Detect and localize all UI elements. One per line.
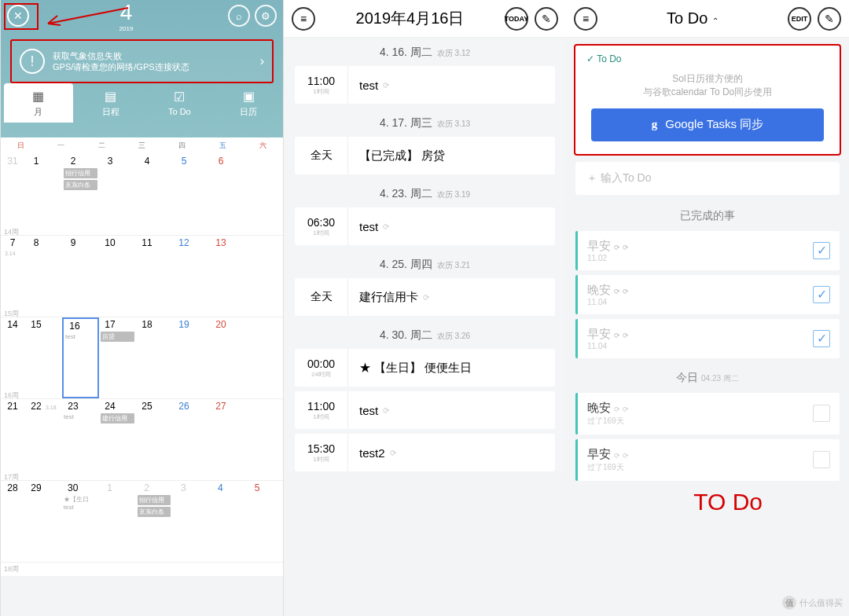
check-icon[interactable]: ✓ [813, 286, 830, 303]
calendar-cell[interactable]: 14 [1, 317, 25, 398]
todo-item-done[interactable]: 晚安 ⟳ ⟳11.04 ✓ [575, 275, 840, 314]
day-of-week-header: 日一二 三四五六 [1, 138, 283, 154]
calendar-cell[interactable]: 30★【生日 test [62, 481, 99, 562]
month-grid[interactable]: 3112招行信用京东白条345614周73.14891011121315周141… [1, 154, 283, 576]
tab-calendar[interactable]: ▣日历 [214, 83, 283, 123]
agenda-event[interactable]: 00:0024时间 ★ 【生日】 便便生日 [295, 349, 555, 387]
calendar-cell[interactable]: 5 [173, 154, 210, 235]
checkbox[interactable] [813, 405, 830, 422]
check-icon[interactable]: ✓ [813, 330, 830, 347]
search-icon[interactable]: ⌕ [228, 5, 250, 27]
today-button[interactable]: TODAY [505, 7, 528, 31]
calendar-cell[interactable]: 9 [62, 236, 99, 317]
todo-item-done[interactable]: 早安 ⟳ ⟳11.04 ✓ [575, 319, 840, 358]
calendar-cell[interactable]: 27 [210, 399, 247, 480]
todo-title[interactable]: To Do ⌃ [597, 9, 788, 28]
agenda-event[interactable]: 全天 建行信用卡⟳ [295, 278, 555, 316]
edit-button[interactable]: EDIT [788, 7, 811, 31]
alert-line2: GPS/请检查您的网络/GPS连接状态 [53, 61, 260, 72]
calendar-cell[interactable]: 31 [1, 154, 25, 235]
agenda-event[interactable]: 06:301时间 test⟳ [295, 207, 555, 245]
agenda-day-header: 4. 30. 周二农历 3.26 [284, 321, 566, 349]
calendar-cell[interactable]: 23test [62, 399, 99, 480]
menu-icon[interactable]: ≡ [292, 7, 315, 31]
svg-line-2 [48, 24, 61, 25]
agenda-list[interactable]: 4. 16. 周二农历 3.12 11:001时间 test⟳4. 17. 周三… [284, 38, 566, 471]
weather-alert[interactable]: ! 获取气象信息失败 GPS/请检查您的网络/GPS连接状态 › [10, 39, 274, 83]
calendar-cell[interactable]: 8 [25, 236, 62, 317]
agenda-event[interactable]: 11:001时间 test⟳ [295, 391, 555, 429]
calendar-cell[interactable]: 28 [1, 481, 25, 562]
calendar-cell[interactable]: 1 [99, 481, 136, 562]
settings-icon[interactable]: ⚙ [255, 5, 277, 27]
todo-item-done[interactable]: 早安 ⟳ ⟳11.02 ✓ [575, 231, 840, 270]
calendar-cell[interactable]: 16test [62, 317, 99, 398]
calendar-cell[interactable]: 2招行信用京东白条 [136, 481, 173, 562]
checkbox[interactable] [813, 451, 830, 468]
agenda-day-header: 4. 17. 周三农历 3.13 [284, 108, 566, 137]
calendar-cell[interactable]: 15 [25, 317, 62, 398]
chevron-right-icon: › [260, 54, 264, 68]
annotation-arrow [43, 5, 130, 28]
watermark: 值什么值得买 [782, 596, 843, 610]
calendar-cell[interactable]: 24建行信用 [99, 399, 136, 480]
calendar-cell[interactable]: 13 [210, 236, 247, 317]
todo-item-pending[interactable]: 早安 ⟳ ⟳过了169天 [575, 439, 840, 481]
compose-icon[interactable]: ✎ [818, 7, 841, 31]
sync-promo-box: To Do Sol日历很方便的与谷歌calendar To Do同步使用 gGo… [574, 44, 841, 156]
check-icon[interactable]: ✓ [813, 242, 830, 259]
alert-icon: ! [20, 49, 45, 74]
calendar-cell[interactable]: 5 [246, 481, 283, 562]
calendar-cell[interactable]: 4 [136, 154, 173, 235]
calendar-cell[interactable]: 1 [25, 154, 62, 235]
alert-line1: 获取气象信息失败 [53, 50, 260, 61]
calendar-cell[interactable]: 12 [173, 236, 210, 317]
agenda-event[interactable]: 全天 【已完成】 房贷 [295, 137, 555, 174]
calendar-cell[interactable]: 73.14 [1, 236, 25, 317]
calendar-cell[interactable]: 29 [25, 481, 62, 562]
agenda-day-header: 4. 16. 周二农历 3.12 [284, 38, 566, 66]
add-todo-input[interactable]: ＋ 输入To Do [575, 162, 840, 195]
google-sync-button[interactable]: gGoogle Tasks 同步 [591, 108, 824, 141]
todo-tab-label[interactable]: To Do [575, 46, 840, 68]
agenda-event[interactable]: 11:001时间 test⟳ [295, 66, 555, 104]
svg-line-0 [48, 8, 128, 24]
completed-header: 已完成的事 [566, 201, 849, 231]
highlight-close [4, 3, 39, 30]
calendar-cell[interactable]: 21 [1, 399, 25, 480]
calendar-cell[interactable]: 11 [136, 236, 173, 317]
calendar-cell[interactable]: 20 [210, 317, 247, 398]
tab-agenda[interactable]: ▤日程 [76, 83, 145, 123]
calendar-cell[interactable]: 10 [99, 236, 136, 317]
calendar-cell[interactable]: 3 [172, 481, 209, 562]
edit-icon[interactable]: ✎ [535, 7, 558, 31]
calendar-cell[interactable]: 25 [136, 399, 173, 480]
calendar-cell[interactable]: 2招行信用京东白条 [62, 154, 99, 235]
agenda-event[interactable]: 15:301时间 test2⟳ [295, 434, 555, 471]
calendar-cell[interactable]: 223.18 [25, 399, 62, 480]
calendar-cell[interactable]: 19 [173, 317, 210, 398]
agenda-day-header: 4. 23. 周二农历 3.19 [284, 179, 566, 207]
calendar-cell[interactable]: 6 [210, 154, 247, 235]
today-header: 今日 04.23 周二 [566, 363, 849, 393]
agenda-title: 2019年4月16日 [315, 8, 505, 29]
calendar-cell[interactable]: 3 [99, 154, 136, 235]
calendar-cell[interactable]: 4 [209, 481, 246, 562]
calendar-cell[interactable]: 26 [173, 399, 210, 480]
annotation-label-todo: TO Do [693, 489, 763, 515]
tab-month[interactable]: ▦月 [4, 83, 73, 123]
calendar-cell[interactable]: 17房贷 [99, 317, 136, 398]
tab-todo[interactable]: ☑To Do [145, 83, 215, 123]
todo-item-pending[interactable]: 晚安 ⟳ ⟳过了169天 [575, 393, 840, 434]
agenda-day-header: 4. 25. 周四农历 3.21 [284, 250, 566, 278]
calendar-cell[interactable]: 18 [136, 317, 173, 398]
menu-icon[interactable]: ≡ [574, 7, 597, 31]
